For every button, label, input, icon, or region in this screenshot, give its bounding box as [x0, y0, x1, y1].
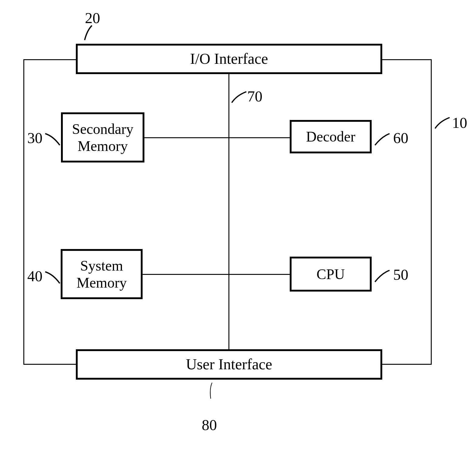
secondary-memory-block: Secondary Memory [61, 112, 144, 162]
ref-30-hook [44, 131, 62, 149]
ref-30: 30 [27, 129, 42, 147]
ref-70: 70 [247, 87, 262, 105]
ref-70-hook [231, 88, 249, 106]
user-interface-block: User Interface [76, 349, 382, 380]
cpu-block: CPU [290, 257, 372, 292]
ref-60: 60 [393, 129, 408, 147]
ref-20-hook [83, 24, 102, 43]
io-interface-label: I/O Interface [190, 50, 268, 68]
ref-50: 50 [393, 266, 408, 283]
outer-right-bottom-link [382, 364, 432, 365]
secondary-memory-label: Secondary Memory [72, 121, 133, 154]
ref-60-hook [374, 131, 392, 149]
link-secmem-decoder [144, 137, 290, 138]
ref-10-hook [434, 114, 452, 132]
cpu-label: CPU [316, 266, 345, 282]
ref-80: 80 [202, 416, 217, 434]
system-memory-block: System Memory [61, 249, 143, 299]
outer-right-top-link [382, 59, 432, 60]
outer-left-top-link [23, 59, 76, 60]
user-interface-label: User Interface [186, 356, 272, 373]
outer-left-trunk [23, 59, 24, 364]
decoder-block: Decoder [290, 120, 372, 153]
system-memory-label: System Memory [76, 257, 127, 291]
outer-left-bottom-link [23, 364, 76, 365]
ref-10: 10 [452, 114, 467, 132]
link-sysmem-cpu [143, 274, 290, 275]
ref-80-hook [203, 382, 221, 400]
io-interface-block: I/O Interface [76, 44, 382, 74]
ref-40-hook [44, 269, 62, 287]
ref-50-hook [374, 267, 392, 285]
outer-right-trunk [431, 59, 432, 364]
architecture-diagram: I/O Interface Secondary Memory Decoder S… [0, 0, 476, 451]
bus-vertical [228, 74, 229, 349]
ref-40: 40 [27, 267, 42, 285]
decoder-label: Decoder [306, 128, 356, 145]
